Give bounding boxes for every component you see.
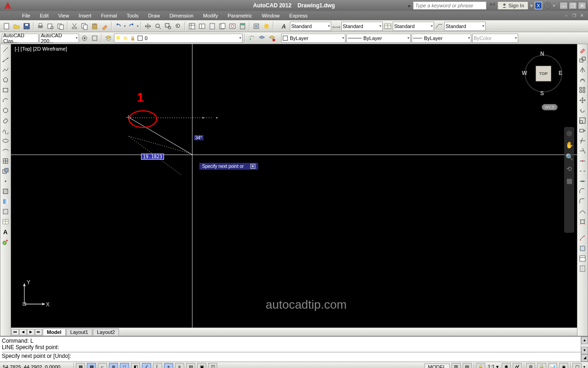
model-space-toggle[interactable]: MODEL <box>424 363 450 368</box>
copy-icon[interactable] <box>80 22 89 31</box>
hatch-icon[interactable] <box>1 187 10 196</box>
annovis-icon[interactable]: ✱ <box>502 363 511 368</box>
orbit-icon[interactable]: ⟲ <box>565 165 573 173</box>
blend-icon[interactable] <box>578 207 587 216</box>
explode-icon[interactable] <box>578 217 587 226</box>
tab-first[interactable]: ⏮ <box>11 329 19 335</box>
viewcube-top[interactable]: TOP <box>536 66 551 81</box>
massprop-icon[interactable] <box>578 254 587 263</box>
close-button[interactable]: ✕ <box>578 2 586 9</box>
qnew-icon[interactable] <box>2 22 11 31</box>
wcs-badge[interactable]: WCS <box>542 104 558 110</box>
dynamic-distance-input[interactable]: 19.1823 <box>141 154 164 160</box>
menu-window[interactable]: Window <box>257 12 284 19</box>
scroll-grip-icon[interactable]: ◢ <box>581 354 588 362</box>
chamfer-icon[interactable] <box>578 187 587 196</box>
pan-icon[interactable] <box>143 22 153 31</box>
zoom-win-icon[interactable] <box>164 22 173 31</box>
textstyle-combo[interactable]: Standard▾ <box>290 22 331 31</box>
preview-icon[interactable] <box>46 22 55 31</box>
tablestyle-combo[interactable]: Standard▾ <box>393 22 434 31</box>
zoom-rt-icon[interactable] <box>153 22 163 31</box>
exchange-icon[interactable]: X <box>535 2 542 9</box>
showmotion-icon[interactable]: ▦ <box>565 177 573 185</box>
polygon-icon[interactable] <box>1 75 10 85</box>
cmd-scrollbar[interactable]: ▲ ▼ ◢ <box>581 337 588 362</box>
app-logo[interactable] <box>2 1 13 10</box>
spline-icon[interactable] <box>1 126 10 135</box>
pan-hand-icon[interactable]: ✋ <box>565 141 573 149</box>
menu-format[interactable]: Format <box>96 12 122 19</box>
tpy-toggle[interactable]: ▤ <box>186 363 195 368</box>
annoscale-icon[interactable]: 🔒 <box>476 363 485 368</box>
menu-draw[interactable]: Draw <box>143 12 164 19</box>
plotstyle-combo[interactable]: ByColor▾ <box>472 34 518 43</box>
workspace-combo2[interactable]: AutoCAD 200...▾ <box>40 34 79 43</box>
cmd-prompt[interactable]: Specify next point or [Undo]: <box>2 353 586 359</box>
copy-obj-icon[interactable] <box>578 55 587 64</box>
viewcube-e[interactable]: E <box>559 70 562 76</box>
array-icon[interactable] <box>578 86 587 95</box>
redo-icon[interactable] <box>127 22 136 31</box>
tray-settings-icon[interactable]: ▾ <box>583 365 585 368</box>
toolpal-icon[interactable] <box>208 22 217 31</box>
textstyle-icon[interactable]: A <box>280 22 289 31</box>
hardware-accel-icon[interactable]: 📊 <box>548 363 557 368</box>
erase-icon[interactable] <box>578 45 587 54</box>
props-icon[interactable] <box>187 22 197 31</box>
scale-icon[interactable] <box>578 116 587 125</box>
extend-icon[interactable] <box>578 146 587 155</box>
point-icon[interactable] <box>1 177 10 186</box>
paste-icon[interactable] <box>90 22 99 31</box>
help-icon[interactable]: ? <box>544 2 551 9</box>
arc-icon[interactable] <box>1 96 10 105</box>
menu-edit[interactable]: Edit <box>35 12 53 19</box>
ortho-toggle[interactable]: ⌐ <box>98 363 107 368</box>
qp-toggle[interactable]: ▣ <box>197 363 206 368</box>
doc-restore[interactable]: ❐ <box>571 12 577 19</box>
snap-toggle[interactable]: ▦ <box>76 363 85 368</box>
region-icon[interactable] <box>1 207 10 216</box>
layer-mgr-icon[interactable] <box>104 34 113 43</box>
osnap-toggle[interactable]: □ <box>120 363 129 368</box>
isolate-icon[interactable]: ◉ <box>559 363 568 368</box>
quickcalc-icon[interactable] <box>238 22 247 31</box>
insert-icon[interactable] <box>1 156 10 166</box>
annoauto-icon[interactable]: 🗲 <box>513 363 522 368</box>
search-input[interactable] <box>413 1 486 10</box>
layer-prev-icon[interactable] <box>247 34 256 43</box>
rectangle-icon[interactable] <box>1 86 10 95</box>
polar-toggle[interactable]: ⊕ <box>109 363 118 368</box>
undo-icon[interactable] <box>114 22 123 31</box>
sc-toggle[interactable]: ◫ <box>208 363 217 368</box>
join-icon[interactable] <box>578 177 587 186</box>
render-icon[interactable] <box>262 22 271 31</box>
layer-iso-icon[interactable] <box>267 34 277 43</box>
ws-settings-icon[interactable] <box>80 34 89 43</box>
tab-last[interactable]: ⏭ <box>35 329 42 335</box>
menu-dimension[interactable]: Dimension <box>165 12 198 19</box>
3dosnap-toggle[interactable]: ◧ <box>131 363 140 368</box>
publish-icon[interactable] <box>56 22 65 31</box>
menu-tools[interactable]: Tools <box>122 12 143 19</box>
drawing-canvas[interactable]: [-] [Top] [2D Wireframe] 1 19.1823 34° S… <box>11 44 577 336</box>
lwt-toggle[interactable]: ≡ <box>175 363 184 368</box>
viewcube-w[interactable]: W <box>522 70 527 76</box>
viewcube[interactable]: N S W E TOP <box>522 50 563 96</box>
ellipse-arc-icon[interactable] <box>1 146 10 155</box>
dcenter-icon[interactable] <box>198 22 207 31</box>
minimize-button[interactable]: – <box>560 2 568 9</box>
xline-icon[interactable] <box>1 55 10 64</box>
mtext-icon[interactable]: A <box>1 227 10 236</box>
workspace-combo[interactable]: AutoCAD Clas... <box>2 34 39 43</box>
tab-layout1[interactable]: Layout1 <box>66 328 92 335</box>
cleanscreen-icon[interactable]: ▢ <box>572 363 582 368</box>
sign-in-button[interactable]: Sign In <box>498 1 528 10</box>
ws-mylocation-icon[interactable] <box>90 34 99 43</box>
markup-icon[interactable] <box>228 22 237 31</box>
gradient-icon[interactable] <box>1 197 10 206</box>
anno-scale-value[interactable]: 1:1 ▾ <box>487 364 500 368</box>
line-icon[interactable] <box>1 45 10 54</box>
scroll-up-icon[interactable]: ▲ <box>581 337 588 344</box>
viewcube-s[interactable]: S <box>540 90 544 97</box>
